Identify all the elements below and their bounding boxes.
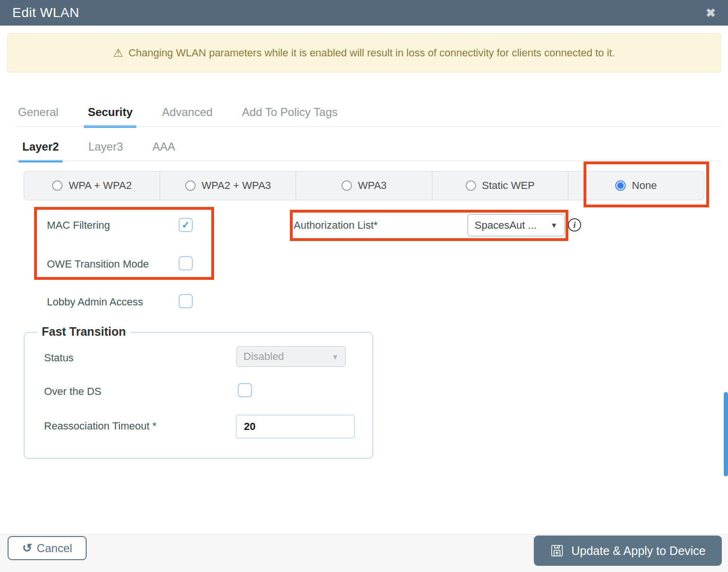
option-label: None: [632, 179, 657, 192]
over-the-ds-label: Over the DS: [44, 385, 101, 398]
info-icon[interactable]: i: [568, 218, 581, 232]
mac-filtering-checkbox[interactable]: ✓: [179, 218, 193, 232]
update-apply-button[interactable]: Update & Apply to Device: [534, 536, 722, 566]
save-icon: [550, 544, 564, 558]
security-mode-wpa3[interactable]: WPA3: [296, 171, 432, 200]
owe-transition-mode-label: OWE Transition Mode: [47, 258, 149, 270]
radio-icon: [52, 180, 63, 191]
cancel-button-label: Cancel: [37, 542, 72, 555]
reassociation-timeout-label: Reassociation Timeout *: [44, 420, 156, 432]
security-mode-wpa2-wpa3[interactable]: WPA2 + WPA3: [160, 171, 296, 200]
tab-advanced[interactable]: Advanced: [162, 106, 213, 126]
fast-transition-fieldset: Fast Transition Status Disabled ▼ Over t…: [24, 332, 373, 459]
authorization-list-select[interactable]: SpacesAut ... ▼: [467, 214, 565, 236]
option-label: Static WEP: [482, 179, 535, 192]
radio-icon: [342, 180, 352, 191]
radio-icon: [185, 180, 196, 191]
radio-selected-icon: [615, 180, 626, 191]
selected-value: Disabled: [243, 350, 284, 363]
main-tabs-divider: [16, 126, 721, 127]
fast-transition-legend: Fast Transition: [37, 325, 131, 339]
over-the-ds-checkbox[interactable]: ✓: [238, 383, 252, 397]
security-subtabs-divider: [16, 161, 721, 161]
tab-add-to-policy-tags[interactable]: Add To Policy Tags: [242, 106, 338, 126]
reassociation-timeout-input[interactable]: [236, 415, 355, 438]
check-icon: ✓: [182, 219, 190, 231]
authorization-list-label: Authorization List*: [294, 219, 377, 232]
dialog-title-bar: Edit WLAN ✖: [0, 0, 728, 26]
layer2-security-mode-group: WPA + WPA2 WPA2 + WPA3 WPA3 Static WEP N…: [24, 171, 704, 200]
owe-transition-mode-checkbox[interactable]: ✓: [179, 256, 193, 270]
radio-icon: [466, 180, 476, 191]
security-mode-wpa-wpa2[interactable]: WPA + WPA2: [24, 171, 160, 200]
subtab-layer3[interactable]: Layer3: [88, 140, 123, 161]
warning-icon: ⚠: [113, 46, 124, 60]
chevron-down-icon: ▼: [332, 353, 339, 361]
undo-icon: ↺: [22, 542, 32, 554]
lobby-admin-access-checkbox[interactable]: ✓: [179, 294, 193, 308]
selected-value: SpacesAut ...: [475, 219, 537, 232]
security-mode-static-wep[interactable]: Static WEP: [432, 171, 568, 200]
mac-filtering-label: MAC Filtering: [47, 219, 110, 232]
main-tabs: General Security Advanced Add To Policy …: [18, 106, 338, 126]
chevron-down-icon: ▼: [550, 221, 557, 229]
warning-banner: ⚠ Changing WLAN parameters while it is e…: [7, 33, 721, 72]
update-apply-button-label: Update & Apply to Device: [571, 544, 706, 558]
subtab-layer2[interactable]: Layer2: [22, 140, 59, 161]
tab-security[interactable]: Security: [88, 106, 133, 126]
close-icon[interactable]: ✖: [706, 7, 716, 19]
security-subtabs: Layer2 Layer3 AAA: [22, 140, 175, 161]
option-label: WPA3: [358, 179, 387, 192]
tab-general[interactable]: General: [18, 106, 58, 126]
lobby-admin-access-label: Lobby Admin Access: [47, 296, 143, 308]
status-label: Status: [44, 352, 73, 364]
dialog-title: Edit WLAN: [12, 5, 79, 20]
option-label: WPA + WPA2: [69, 179, 132, 192]
option-label: WPA2 + WPA3: [202, 179, 271, 192]
status-select[interactable]: Disabled ▼: [236, 346, 346, 367]
warning-text: Changing WLAN parameters while it is ena…: [128, 47, 615, 59]
dialog-footer: ↺ Cancel Update & Apply to Device: [0, 534, 728, 572]
vertical-scrollbar-thumb[interactable]: [724, 392, 728, 476]
security-mode-none[interactable]: None: [568, 171, 704, 200]
cancel-button[interactable]: ↺ Cancel: [8, 536, 87, 560]
subtab-aaa[interactable]: AAA: [153, 140, 175, 161]
